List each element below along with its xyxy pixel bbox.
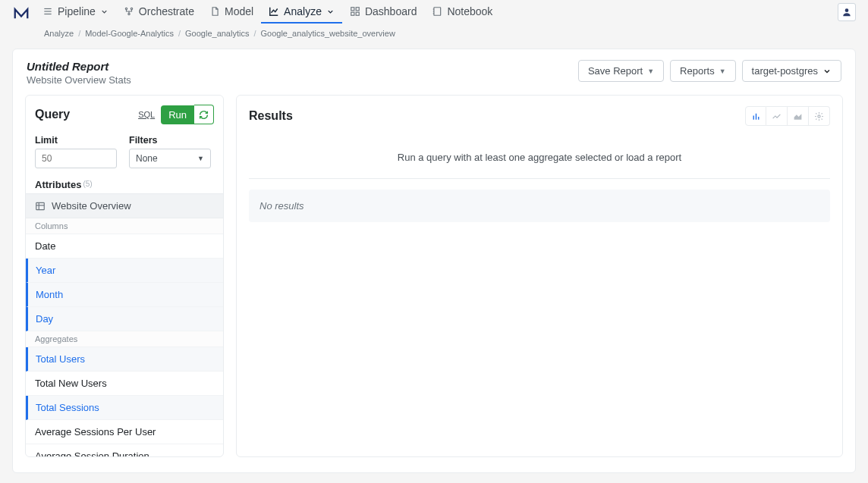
chart-type-line[interactable] [766,106,788,126]
breadcrumb-item[interactable]: Model-Google-Analytics [85,29,174,38]
nav-item-label: Notebook [447,5,492,17]
sql-link[interactable]: SQL [138,110,155,119]
user-menu[interactable] [838,3,856,21]
divider [249,178,830,179]
svg-point-4 [131,8,132,9]
chart-line-icon [269,6,279,17]
breadcrumb-item[interactable]: Google_analytics [185,29,249,38]
chart-settings[interactable] [809,106,830,126]
breadcrumb-separator: / [253,29,256,38]
document-icon [209,6,220,17]
nav-item-label: Analyze [284,5,322,17]
report-title: Untitled Report [27,60,131,73]
reports-button[interactable]: Reports ▼ [670,60,735,82]
nav-item-model[interactable]: Model [202,1,261,24]
attribute-item[interactable]: Month [26,283,223,307]
list-icon [42,6,53,17]
chevron-down-icon [822,67,832,76]
filters-value: None [136,153,158,164]
nav-item-analyze[interactable]: Analyze [261,1,342,24]
chevron-down-icon [326,8,335,16]
nav-item-pipeline[interactable]: Pipeline [35,1,116,24]
source-row[interactable]: Website Overview [26,193,223,218]
chart-type-bar[interactable] [745,106,766,126]
app-logo [12,3,30,21]
nav-item-label: Orchestrate [139,5,194,17]
save-report-button[interactable]: Save Report ▼ [578,60,664,82]
svg-point-5 [128,13,130,14]
run-button[interactable]: Run [161,105,194,124]
save-report-label: Save Report [588,65,643,77]
top-nav: PipelineOrchestrateModelAnalyzeDashboard… [0,0,868,24]
svg-rect-8 [351,12,354,15]
nav-item-label: Model [225,5,253,17]
attribute-item[interactable]: Day [26,307,223,331]
results-hint: Run a query with at least one aggregate … [249,126,830,178]
svg-point-21 [818,114,820,117]
query-panel: Query SQL Run Limit Filt [25,95,224,457]
attribute-item[interactable]: Total Sessions [26,396,223,420]
breadcrumb-separator: / [78,29,80,38]
caret-down-icon: ▼ [719,67,726,75]
svg-rect-7 [356,8,359,11]
notebook-icon [432,6,442,17]
nav-item-dashboard[interactable]: Dashboard [342,1,425,24]
svg-rect-10 [434,8,441,16]
results-panel: Results Run a query with at [236,95,843,457]
svg-point-3 [125,8,127,9]
nav-item-label: Dashboard [365,5,417,17]
orchestrate-icon [124,6,134,17]
attribute-item[interactable]: Average Session Duration [26,444,223,457]
limit-label: Limit [35,135,117,146]
report-subtitle: Website Overview Stats [27,74,131,86]
limit-input[interactable] [35,149,117,168]
svg-rect-15 [36,202,45,209]
breadcrumb-item[interactable]: Analyze [44,29,74,38]
attribute-item[interactable]: Year [26,259,223,283]
chart-type-toggles [745,106,830,126]
filters-label: Filters [129,135,211,146]
svg-rect-6 [351,8,354,11]
chevron-down-icon [100,8,108,16]
results-heading: Results [249,109,293,123]
report-header: Untitled Report Website Overview Stats S… [13,49,855,95]
chart-type-area[interactable] [788,106,809,126]
breadcrumb-item[interactable]: Google_analytics_website_overview [261,29,395,38]
main-card: Untitled Report Website Overview Stats S… [12,49,856,473]
source-label: Website Overview [52,200,131,212]
attribute-item[interactable]: Total Users [26,347,223,372]
breadcrumb: Analyze/Model-Google-Analytics/Google_an… [0,24,868,45]
no-results-box: No results [249,190,830,222]
attribute-item[interactable]: Average Sessions Per User [26,420,223,444]
target-label: target-postgres [752,65,818,77]
nav-item-notebook[interactable]: Notebook [424,1,500,24]
attributes-label: Attributes [35,179,81,190]
report-actions: Save Report ▼ Reports ▼ target-postgres [578,60,841,82]
refresh-button[interactable] [194,105,214,124]
svg-point-14 [845,8,849,12]
reports-label: Reports [680,65,715,77]
aggregates-section-label: Aggregates [26,331,223,347]
columns-section-label: Columns [26,218,223,234]
caret-down-icon: ▼ [647,67,654,75]
attribute-item[interactable]: Date [26,234,223,259]
nav-item-label: Pipeline [58,5,96,17]
target-select[interactable]: target-postgres [742,60,841,82]
table-icon [35,201,46,212]
nav-item-orchestrate[interactable]: Orchestrate [116,1,202,24]
grid-icon [350,6,360,17]
attributes-count: (5) [83,180,92,188]
breadcrumb-separator: / [178,29,181,38]
query-heading: Query [35,108,70,121]
attribute-item[interactable]: Total New Users [26,372,223,396]
svg-rect-9 [356,12,359,15]
filters-select[interactable]: None ▼ [129,149,211,168]
caret-down-icon: ▼ [197,155,204,162]
